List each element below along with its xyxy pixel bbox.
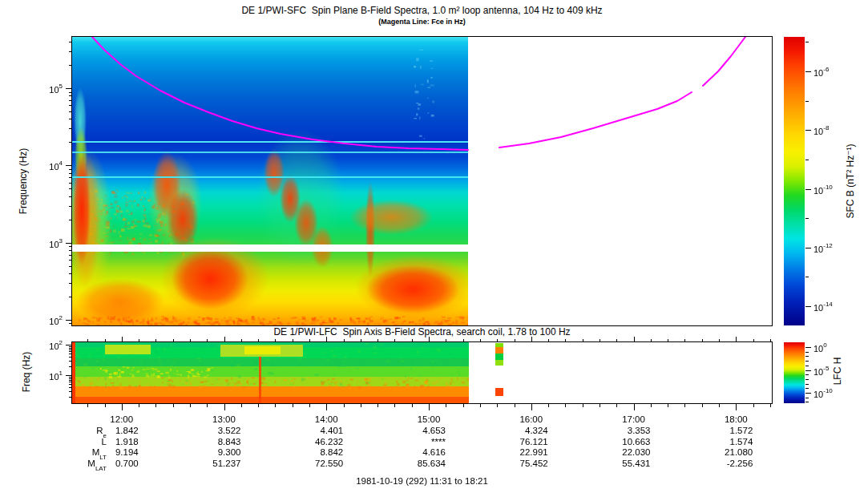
ephemeris-value: 9.300	[177, 447, 241, 458]
ephemeris-value: 4.401	[279, 426, 343, 436]
ephemeris-value: 72.550	[279, 459, 343, 469]
ephemeris-value: 46.232	[279, 437, 343, 447]
ephemeris-value: 75.452	[484, 459, 548, 469]
time-axis-label: 14:00	[302, 414, 350, 425]
ephemeris-value: 76.121	[484, 437, 548, 447]
ephemeris-value: 85.634	[382, 459, 446, 469]
ephemeris-value: 4.653	[382, 426, 446, 436]
ephemeris-table: 12:0013:0014:0015:0016:0017:0018:00Re1.8…	[0, 0, 868, 497]
figure-caption: 1981-10-19 (292) 11:31 to 18:21	[72, 476, 772, 486]
ephemeris-value: 3.522	[177, 426, 241, 436]
ephemeris-value: 21.080	[688, 447, 753, 458]
ephemeris-value: -2.256	[688, 459, 753, 469]
ephemeris-value: ****	[382, 437, 446, 447]
time-axis-label: 12:00	[98, 414, 146, 425]
ephemeris-value: 1.918	[75, 437, 139, 447]
ephemeris-value: 1.574	[688, 437, 753, 447]
ephemeris-value: 9.194	[75, 447, 139, 458]
time-axis-label: 16:00	[507, 414, 555, 425]
ephemeris-value: 10.663	[587, 437, 651, 447]
ephemeris-value: 3.353	[587, 426, 651, 436]
ephemeris-value: 1.842	[75, 426, 139, 436]
ephemeris-value: 8.843	[177, 437, 241, 447]
ephemeris-value: 55.431	[587, 459, 651, 469]
ephemeris-value: 8.842	[279, 447, 343, 458]
figure-root: DE 1/PWI-SFC Spin Plane B-Field Spectra,…	[0, 0, 868, 497]
time-axis-label: 17:00	[610, 414, 658, 425]
time-axis-label: 15:00	[405, 414, 453, 425]
time-axis-label: 18:00	[712, 414, 760, 425]
ephemeris-value: 0.700	[75, 459, 139, 469]
ephemeris-value: 22.991	[484, 447, 548, 458]
ephemeris-value: 51.237	[177, 459, 241, 469]
time-axis-label: 13:00	[200, 414, 248, 425]
ephemeris-value: 1.572	[688, 426, 753, 436]
ephemeris-value: 4.616	[382, 447, 446, 458]
ephemeris-value: 22.030	[587, 447, 651, 458]
ephemeris-value: 4.324	[484, 426, 548, 436]
